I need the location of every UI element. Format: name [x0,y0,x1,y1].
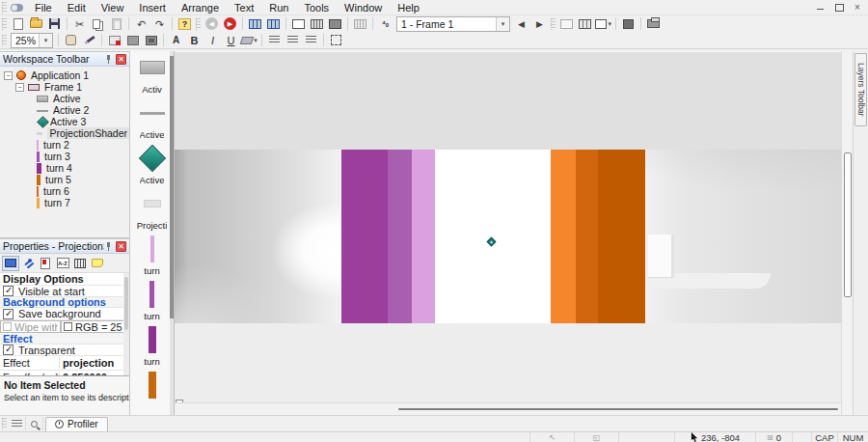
pan-button[interactable] [62,33,80,47]
previous-frame-button[interactable]: ◀ [512,16,530,31]
menu-file[interactable]: File [27,1,60,14]
asset-item-projectionshader[interactable]: Projecti [130,187,174,233]
transparent-checkbox[interactable] [3,345,14,355]
bold-button[interactable]: B [185,33,203,47]
background-inset-button[interactable] [142,33,160,47]
frame-selector[interactable]: 1 - Frame 1 ▾ [396,16,510,32]
close-icon[interactable]: × [853,3,862,12]
tree-item-projectionshader[interactable]: ProjectionShader [0,127,129,139]
zoom-selector[interactable]: 25% ▾ [11,33,53,48]
layout-disabled-button[interactable] [351,16,369,31]
toolbar-gripper[interactable] [2,18,7,30]
layout-empty-button[interactable] [289,16,308,31]
back-button[interactable]: ◀ [203,16,221,31]
tab-profiler[interactable]: Profiler [45,417,108,431]
tree-item-turn-4[interactable]: turn 4 [0,162,129,174]
menu-view[interactable]: View [94,1,132,14]
selection-mode-button[interactable] [557,16,576,31]
menubar-gripper[interactable] [2,2,7,14]
table-tab-button[interactable] [71,256,89,271]
cut-button[interactable]: ✂ [70,16,89,31]
align-center-button[interactable] [284,33,302,47]
background-flat-button[interactable] [123,33,142,47]
menu-text[interactable]: Text [227,1,261,14]
open-button[interactable] [27,16,45,31]
search-button[interactable] [26,417,43,430]
scrollbar-thumb[interactable] [170,56,174,318]
minimize-icon[interactable] [816,3,826,12]
save-button[interactable] [45,16,64,31]
tree-item-turn-6[interactable]: turn 6 [0,185,129,197]
display-tab-button[interactable] [2,256,19,271]
tree-item-turn-7[interactable]: turn 7 [0,197,129,208]
shape-tool-button[interactable]: ▾ [594,16,612,31]
canvas-viewport[interactable] [175,51,841,415]
layout-grid-button[interactable] [308,16,326,31]
chevron-down-icon[interactable]: ▾ [496,17,509,31]
draw-button[interactable] [80,33,98,47]
properties-close-icon[interactable]: ✕ [116,241,126,252]
wipe-cell[interactable]: Wipe with co [0,320,61,333]
table-view-button[interactable] [246,16,264,31]
new-button[interactable] [9,16,27,31]
workspace-close-icon[interactable]: ✕ [116,54,126,65]
underline-button[interactable]: U [222,33,240,47]
frame-number-button[interactable]: ⁴ₒ [376,16,394,31]
rgb-checkbox[interactable] [64,322,72,331]
toolbar-gripper-2[interactable] [196,18,201,30]
paste-button[interactable] [107,16,125,31]
pin-icon[interactable] [104,242,113,251]
scrollbar-thumb[interactable] [398,408,838,410]
sort-tab-button[interactable] [54,256,71,271]
menu-run[interactable]: Run [261,1,296,14]
italic-button[interactable]: I [203,33,222,47]
collapse-icon[interactable]: − [4,71,13,80]
redo-button[interactable]: ↷ [150,16,169,31]
asset-item-turn-5[interactable] [130,369,174,414]
zoom-chevron-down-icon[interactable]: ▾ [39,34,52,47]
asset-item-turn-4[interactable]: turn [130,323,174,369]
scrollbar-thumb[interactable] [124,277,128,330]
pin-icon[interactable] [104,55,113,64]
menu-edit[interactable]: Edit [60,1,94,14]
tree-item-application-1[interactable]: − Application 1 [0,69,129,81]
table-view-2-button[interactable] [264,16,283,31]
tree-item-turn-3[interactable]: turn 3 [0,151,129,162]
align-left-button[interactable] [265,33,284,47]
notes-tab-button[interactable] [89,256,106,271]
align-right-button[interactable] [302,33,320,47]
tree-item-turn-5[interactable]: turn 5 [0,174,129,185]
layout-filled-button[interactable] [326,16,344,31]
forward-button[interactable]: ▶ [221,16,239,31]
background-image-button[interactable] [105,33,123,47]
grid-tool-button[interactable] [576,16,594,31]
bottom-bar-gripper[interactable] [2,418,7,429]
crop-button[interactable] [327,33,345,47]
toolbar-gripper-3[interactable] [551,18,556,30]
restore-icon[interactable] [834,3,844,12]
properties-scrollbar[interactable] [123,273,129,375]
layers-toolbar-tab[interactable]: Layers Toolbar [854,53,867,126]
wipe-checkbox[interactable] [3,322,12,331]
asset-item-active-3[interactable]: Active [130,142,174,187]
tree-item-frame-1[interactable]: − Frame 1 [0,81,129,93]
print-button[interactable] [644,16,663,31]
copy-button[interactable] [89,16,107,31]
menu-tools[interactable]: Tools [296,1,337,14]
menu-insert[interactable]: Insert [131,1,174,14]
visible-at-start-checkbox[interactable] [3,286,14,296]
scrollbar-thumb[interactable] [844,152,852,297]
asset-item-turn-2[interactable]: turn [130,233,174,278]
actions-tab-button[interactable] [19,256,37,271]
tree-item-turn-2[interactable]: turn 2 [0,139,129,151]
help-button[interactable] [176,16,194,31]
fill-color-button[interactable]: ▾ [240,33,258,47]
tree-item-active-3[interactable]: Active 3 [0,116,129,127]
horizontal-scrollbar[interactable] [175,402,841,415]
save-background-checkbox[interactable] [3,309,14,319]
collapse-icon[interactable]: − [15,83,24,92]
document-tab-button[interactable] [37,256,54,271]
fov-value[interactable]: 0.250000 [60,372,129,377]
log-list-button[interactable] [9,417,26,430]
asset-item-active[interactable]: Activ [130,51,174,97]
